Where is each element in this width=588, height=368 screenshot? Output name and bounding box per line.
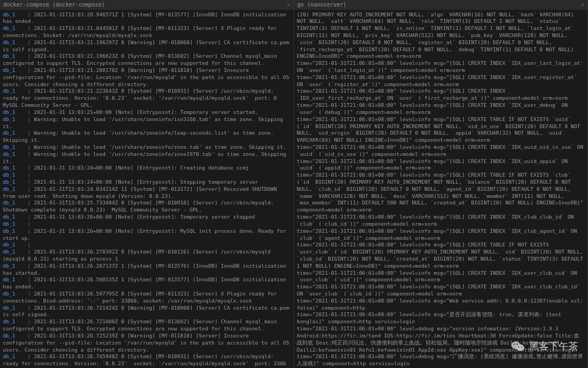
log-prefix: db_1 <box>3 88 15 94</box>
log-prefix: db_1 <box>3 228 15 234</box>
log-prefix: db_1 <box>3 116 15 122</box>
right-tab-close-icon[interactable]: × <box>581 1 584 9</box>
left-tab-bar: docker-compose (docker-compose) × <box>0 0 293 10</box>
left-tab-close-icon[interactable]: × <box>287 1 290 9</box>
log-prefix: db_1 <box>3 200 15 206</box>
left-tab-title[interactable]: docker-compose (docker-compose) <box>3 1 105 9</box>
log-prefix: db_1 <box>3 291 15 297</box>
log-prefix: db_1 <box>3 353 15 359</box>
left-log-body[interactable]: db_1 | 2021-01-31T13:03:20.946571Z 1 [Sy… <box>0 10 293 369</box>
log-prefix: db_1 <box>3 165 15 171</box>
log-prefix: db_1 <box>3 249 15 255</box>
log-prefix: db_1 <box>3 179 15 185</box>
log-prefix: db_1 <box>3 39 15 45</box>
log-prefix: db_1 <box>3 186 15 192</box>
log-prefix: db_1 <box>3 318 15 324</box>
log-prefix: db_1 <box>3 144 15 150</box>
log-prefix: db_1 <box>3 214 15 220</box>
log-prefix: db_1 <box>3 221 15 227</box>
log-prefix: db_1 <box>3 242 15 248</box>
left-pane: docker-compose (docker-compose) × db_1 |… <box>0 0 294 368</box>
right-log-body[interactable]: (20) PRIMARY KEY AUTO_INCREMENT NOT NULL… <box>294 10 587 369</box>
log-prefix: db_1 <box>3 109 15 115</box>
log-prefix: db_1 <box>3 67 15 73</box>
log-prefix: db_1 <box>3 53 15 59</box>
log-prefix: db_1 <box>3 11 15 17</box>
log-prefix: db_1 <box>3 305 15 311</box>
log-prefix: db_1 <box>3 25 15 31</box>
right-tab-title[interactable]: go (nanoserver) <box>297 1 346 9</box>
log-prefix: db_1 <box>3 263 15 269</box>
log-prefix: db_1 <box>3 151 15 157</box>
log-prefix: db_1 <box>3 130 15 136</box>
log-prefix: db_1 <box>3 276 15 282</box>
right-tab-bar: go (nanoserver) × <box>294 0 587 10</box>
right-pane: go (nanoserver) × (20) PRIMARY KEY AUTO_… <box>294 0 588 368</box>
log-prefix: db_1 <box>3 172 15 178</box>
log-prefix: db_1 <box>3 333 15 339</box>
